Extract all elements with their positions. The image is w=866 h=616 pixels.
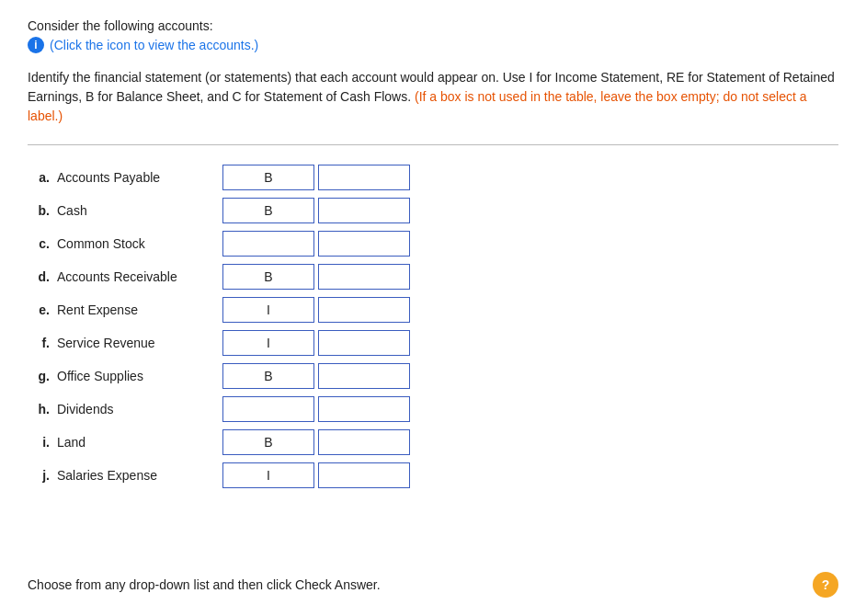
row-inputs: BIREBCIREBC xyxy=(222,165,410,190)
row-letter: i. xyxy=(28,435,50,450)
dropdown-box-2[interactable]: IREBC xyxy=(318,429,410,455)
dropdown-box-1[interactable]: BIREBC xyxy=(222,264,314,290)
dropdown-box-1[interactable]: IREBC xyxy=(222,396,314,422)
row-label: Cash xyxy=(57,203,222,218)
check-answer-icon[interactable]: ? xyxy=(813,572,838,598)
row-inputs: IREBCIREBC xyxy=(222,231,410,257)
row-label: Dividends xyxy=(57,402,222,416)
row-inputs: IIREBCIREBC xyxy=(222,297,410,323)
row-label: Land xyxy=(57,435,222,450)
intro-section: Consider the following accounts: i (Clic… xyxy=(28,18,838,53)
dropdown-box-2[interactable]: IREBC xyxy=(318,231,410,257)
row-letter: h. xyxy=(28,402,50,416)
dropdown-box-2[interactable]: IREBC xyxy=(318,198,410,223)
row-inputs: BIREBCIREBC xyxy=(222,264,410,290)
row-letter: g. xyxy=(28,369,50,383)
click-icon-line: i (Click the icon to view the accounts.) xyxy=(28,37,838,53)
table-row: f.Service RevenueIIREBCIREBC xyxy=(28,329,838,357)
instructions-text: Identify the financial statement (or sta… xyxy=(28,68,838,126)
dropdown-box-2[interactable]: IREBC xyxy=(318,165,410,190)
dropdown-box-1[interactable]: BIREBC xyxy=(222,363,314,389)
table-row: c.Common StockIREBCIREBC xyxy=(28,230,838,257)
row-inputs: IREBCIREBC xyxy=(222,396,410,422)
consider-text: Consider the following accounts: xyxy=(28,18,838,33)
row-letter: a. xyxy=(28,170,50,185)
dropdown-box-2[interactable]: IREBC xyxy=(318,264,410,290)
row-inputs: BIREBCIREBC xyxy=(222,429,410,455)
row-label: Accounts Receivable xyxy=(57,269,222,284)
table-row: e.Rent ExpenseIIREBCIREBC xyxy=(28,296,838,324)
dropdown-box-2[interactable]: IREBC xyxy=(318,462,410,488)
row-inputs: IIREBCIREBC xyxy=(222,462,410,488)
table-row: g.Office SuppliesBIREBCIREBC xyxy=(28,362,838,390)
dropdown-box-2[interactable]: IREBC xyxy=(318,363,410,389)
row-label: Rent Expense xyxy=(57,302,222,317)
dropdown-box-1[interactable]: BIREBC xyxy=(222,429,314,455)
dropdown-box-1[interactable]: IIREBC xyxy=(222,462,314,488)
row-label: Salaries Expense xyxy=(57,468,222,483)
dropdown-box-1[interactable]: IIREBC xyxy=(222,297,314,323)
table-row: j.Salaries ExpenseIIREBCIREBC xyxy=(28,462,838,489)
row-letter: d. xyxy=(28,269,50,284)
table-row: a.Accounts PayableBIREBCIREBC xyxy=(28,164,838,191)
accounts-table: a.Accounts PayableBIREBCIREBCb.CashBIREB… xyxy=(28,164,838,489)
footer-text: Choose from any drop-down list and then … xyxy=(28,577,381,592)
row-inputs: BIREBCIREBC xyxy=(222,198,410,223)
row-label: Common Stock xyxy=(57,236,222,251)
dropdown-box-2[interactable]: IREBC xyxy=(318,297,410,323)
row-label: Accounts Payable xyxy=(57,170,222,185)
row-letter: f. xyxy=(28,336,50,350)
row-inputs: IIREBCIREBC xyxy=(222,330,410,356)
footer-section: Choose from any drop-down list and then … xyxy=(28,572,838,598)
dropdown-box-2[interactable]: IREBC xyxy=(318,330,410,356)
table-row: b.CashBIREBCIREBC xyxy=(28,197,838,224)
table-row: i.LandBIREBCIREBC xyxy=(28,428,838,456)
info-icon[interactable]: i xyxy=(28,37,44,53)
click-icon-link[interactable]: (Click the icon to view the accounts.) xyxy=(50,38,258,52)
row-inputs: BIREBCIREBC xyxy=(222,363,410,389)
row-letter: c. xyxy=(28,236,50,251)
row-letter: b. xyxy=(28,203,50,218)
divider xyxy=(28,144,838,145)
row-letter: j. xyxy=(28,468,50,483)
row-letter: e. xyxy=(28,302,50,317)
dropdown-box-1[interactable]: BIREBC xyxy=(222,165,314,190)
table-row: h.DividendsIREBCIREBC xyxy=(28,395,838,423)
dropdown-box-1[interactable]: IREBC xyxy=(222,231,314,257)
dropdown-box-1[interactable]: IIREBC xyxy=(222,330,314,356)
row-label: Service Revenue xyxy=(57,336,222,350)
dropdown-box-2[interactable]: IREBC xyxy=(318,396,410,422)
dropdown-box-1[interactable]: BIREBC xyxy=(222,198,314,223)
row-label: Office Supplies xyxy=(57,369,222,383)
table-row: d.Accounts ReceivableBIREBCIREBC xyxy=(28,263,838,291)
